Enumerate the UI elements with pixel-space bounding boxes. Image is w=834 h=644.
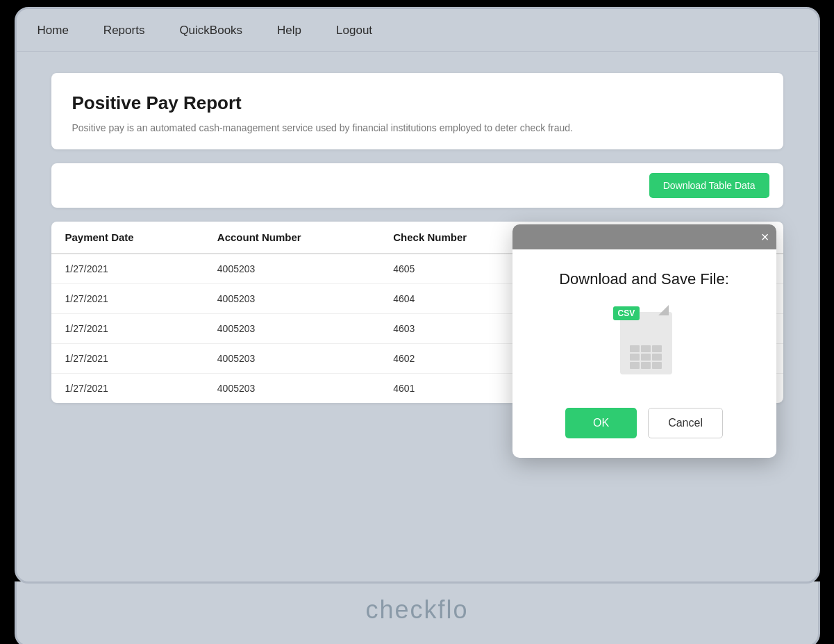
modal-footer: OK Cancel xyxy=(512,408,776,458)
download-bar: Download Table Data xyxy=(51,163,783,208)
download-modal: × Download and Save File: CSV xyxy=(512,224,776,458)
csv-badge-label: CSV xyxy=(613,306,640,320)
nav-quickbooks[interactable]: QuickBooks xyxy=(179,24,242,38)
monitor-footer: checkflo xyxy=(15,581,820,644)
cell-date: 1/27/2021 xyxy=(51,344,203,374)
navigation: Home Reports QuickBooks Help Logout xyxy=(17,9,818,52)
nav-home[interactable]: Home xyxy=(37,24,69,38)
cell-account: 4005203 xyxy=(203,314,379,344)
modal-body: Download and Save File: CSV xyxy=(512,249,776,408)
file-body xyxy=(620,312,672,374)
monitor-screen: Home Reports QuickBooks Help Logout Posi… xyxy=(15,7,820,584)
file-grid xyxy=(630,345,662,369)
cell-date: 1/27/2021 xyxy=(51,374,203,404)
cell-account: 4005203 xyxy=(203,344,379,374)
download-table-button[interactable]: Download Table Data xyxy=(649,173,769,198)
report-description: Positive pay is an automated cash-manage… xyxy=(72,121,762,135)
csv-file-icon: CSV xyxy=(613,305,676,374)
nav-help[interactable]: Help xyxy=(277,24,301,38)
col-payment-date: Payment Date xyxy=(51,222,203,254)
modal-header: × xyxy=(512,224,776,249)
modal-cancel-button[interactable]: Cancel xyxy=(648,408,723,438)
cell-date: 1/27/2021 xyxy=(51,284,203,314)
cell-date: 1/27/2021 xyxy=(51,314,203,344)
report-title: Positive Pay Report xyxy=(72,92,762,114)
modal-title: Download and Save File: xyxy=(559,270,729,288)
cell-date: 1/27/2021 xyxy=(51,254,203,284)
col-account-number: Account Number xyxy=(203,222,379,254)
file-corner xyxy=(658,305,669,315)
report-header-card: Positive Pay Report Positive pay is an a… xyxy=(51,73,783,149)
nav-logout[interactable]: Logout xyxy=(336,24,372,38)
modal-close-button[interactable]: × xyxy=(761,230,769,244)
nav-reports[interactable]: Reports xyxy=(103,24,145,38)
cell-account: 4005203 xyxy=(203,284,379,314)
modal-ok-button[interactable]: OK xyxy=(565,408,637,438)
cell-account: 4005203 xyxy=(203,374,379,404)
checkflo-logo: checkflo xyxy=(365,595,468,625)
cell-account: 4005203 xyxy=(203,254,379,284)
